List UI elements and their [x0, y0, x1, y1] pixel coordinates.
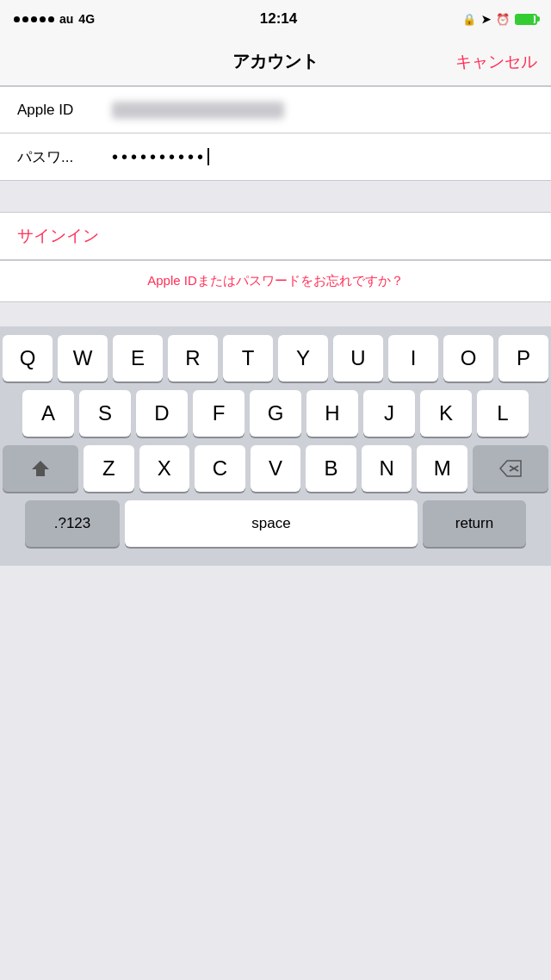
status-left: au 4G	[14, 12, 95, 26]
key-m[interactable]: M	[417, 445, 467, 492]
key-p[interactable]: P	[498, 335, 548, 381]
keyboard-row-4: .?123 space return	[3, 500, 548, 547]
apple-id-row: Apple ID	[0, 87, 551, 133]
key-h[interactable]: H	[306, 390, 358, 437]
forgot-section[interactable]: Apple IDまたはパスワードをお忘れですか？	[0, 260, 551, 302]
apple-id-label: Apple ID	[17, 102, 112, 119]
key-g[interactable]: G	[250, 390, 301, 437]
keyboard-bottom-bar	[3, 555, 548, 566]
delete-key[interactable]	[473, 445, 548, 492]
key-f[interactable]: F	[193, 390, 245, 437]
password-row: パスワ... ••••••••••	[0, 133, 551, 180]
form-section: Apple ID パスワ... ••••••••••	[0, 86, 551, 181]
key-r[interactable]: R	[168, 335, 218, 381]
signin-section: サインイン	[0, 212, 551, 260]
carrier-label: au	[59, 12, 73, 26]
key-o[interactable]: O	[443, 335, 493, 381]
key-a[interactable]: A	[22, 390, 74, 437]
key-c[interactable]: C	[195, 445, 245, 492]
key-u[interactable]: U	[333, 335, 383, 381]
shift-key[interactable]	[3, 445, 78, 492]
key-y[interactable]: Y	[278, 335, 328, 381]
key-q[interactable]: Q	[3, 335, 53, 381]
key-v[interactable]: V	[251, 445, 301, 492]
alarm-icon: ⏰	[496, 13, 510, 26]
numbers-key[interactable]: .?123	[25, 500, 120, 547]
key-x[interactable]: X	[139, 445, 190, 492]
password-label: パスワ...	[17, 147, 112, 167]
signin-row[interactable]: サインイン	[0, 213, 551, 259]
network-label: 4G	[78, 12, 95, 26]
signal-icon	[14, 16, 54, 22]
lock-icon: 🔒	[462, 13, 476, 26]
status-right: 🔒 ➤ ⏰	[462, 13, 537, 26]
keyboard-row-1: Q W E R T Y U I O P	[3, 335, 548, 381]
key-i[interactable]: I	[388, 335, 438, 381]
key-d[interactable]: D	[136, 390, 188, 437]
key-j[interactable]: J	[363, 390, 415, 437]
key-l[interactable]: L	[477, 390, 529, 437]
status-bar: au 4G 12:14 🔒 ➤ ⏰	[0, 0, 551, 38]
key-z[interactable]: Z	[84, 445, 134, 492]
apple-id-value	[112, 102, 284, 119]
key-b[interactable]: B	[306, 445, 356, 492]
signin-button[interactable]: サインイン	[17, 225, 99, 247]
key-w[interactable]: W	[58, 335, 108, 381]
key-n[interactable]: N	[362, 445, 412, 492]
keyboard-row-2: A S D F G H J K L	[3, 390, 548, 437]
keyboard-spacer	[0, 302, 551, 326]
cursor	[207, 148, 209, 165]
forgot-link[interactable]: Apple IDまたはパスワードをお忘れですか？	[147, 273, 404, 288]
password-value[interactable]: ••••••••••	[112, 147, 207, 167]
section-gap-1	[0, 181, 551, 212]
key-k[interactable]: K	[420, 390, 472, 437]
space-key[interactable]: space	[125, 500, 418, 547]
battery-icon	[515, 14, 537, 25]
cancel-button[interactable]: キャンセル	[455, 51, 537, 73]
page-title: アカウント	[232, 50, 319, 73]
return-key[interactable]: return	[423, 500, 526, 547]
key-e[interactable]: E	[113, 335, 163, 381]
keyboard-row-3: Z X C V B N M	[3, 445, 548, 492]
key-s[interactable]: S	[79, 390, 131, 437]
location-icon: ➤	[481, 13, 491, 26]
keyboard: Q W E R T Y U I O P A S D F G H J K L Z …	[0, 326, 551, 566]
key-t[interactable]: T	[223, 335, 273, 381]
time-label: 12:14	[260, 10, 297, 28]
nav-bar: アカウント キャンセル	[0, 38, 551, 86]
